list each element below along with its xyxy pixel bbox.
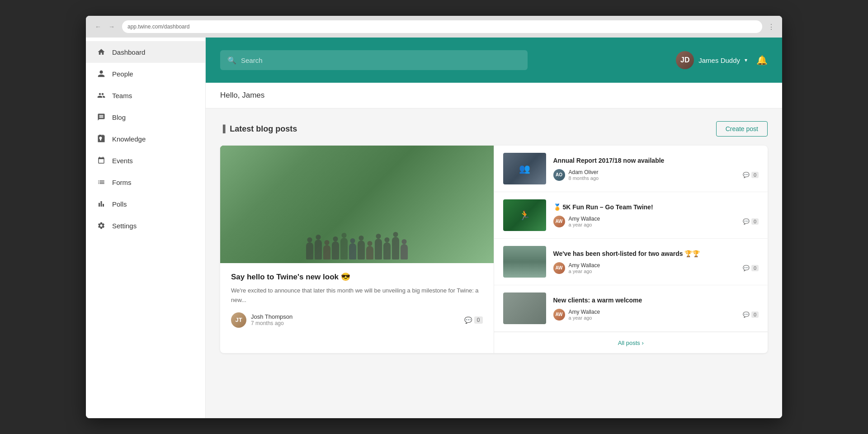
comment-bubble-icon: 💬 <box>743 311 750 318</box>
sidebar-label-teams: Teams <box>112 92 132 99</box>
post-author-time: a year ago <box>569 222 739 227</box>
app-header: 🔍 Search JD James Duddy ▾ 🔔 <box>206 38 782 83</box>
featured-post-title: Say hello to Twine's new look 😎 <box>231 272 483 282</box>
featured-author-name: Josh Thompson <box>251 313 292 320</box>
browser-chrome: ← → app.twine.com/dashboard ⋮ <box>86 16 782 38</box>
post-author-time: a year ago <box>569 269 739 274</box>
search-icon: 🔍 <box>227 56 236 65</box>
sidebar-item-polls[interactable]: Polls <box>86 193 205 215</box>
post-info: Annual Report 2017/18 now available AO A… <box>553 156 759 181</box>
post-author-details: Amy Wallace a year ago <box>569 262 739 274</box>
sidebar-item-teams[interactable]: Teams <box>86 85 205 106</box>
forward-button[interactable]: → <box>107 21 117 32</box>
sidebar: Dashboard People Teams Blog <box>86 38 206 418</box>
person-icon <box>97 69 106 78</box>
post-author-time: 8 months ago <box>569 175 739 181</box>
post-meta: AW Amy Wallace a year ago 💬 0 <box>553 262 759 274</box>
featured-author-details: Josh Thompson 7 months ago <box>251 313 292 326</box>
home-icon <box>97 47 106 57</box>
featured-comment-badge: 0 <box>474 316 483 324</box>
browser-nav: ← → <box>93 21 117 32</box>
back-button[interactable]: ← <box>93 21 103 32</box>
post-thumbnail-annual <box>503 153 546 184</box>
content-area: ▐ Latest blog posts Create post <box>206 108 782 418</box>
featured-post[interactable]: Say hello to Twine's new look 😎 We're ex… <box>220 146 494 353</box>
greeting-text: Hello, James <box>220 91 264 99</box>
post-thumbnail-funrun <box>503 199 546 231</box>
sidebar-item-people[interactable]: People <box>86 63 205 85</box>
url-bar[interactable]: app.twine.com/dashboard <box>122 20 762 33</box>
featured-post-image <box>220 146 494 263</box>
post-author-name: Amy Wallace <box>569 309 739 315</box>
sidebar-item-forms[interactable]: Forms <box>86 171 205 193</box>
post-meta: AW Amy Wallace a year ago 💬 0 <box>553 309 759 321</box>
post-author-avatar: AW <box>553 309 565 321</box>
sidebar-item-events[interactable]: Events <box>86 150 205 171</box>
post-comment-count: 💬 0 <box>743 265 759 271</box>
comment-badge: 0 <box>751 265 759 271</box>
list-item[interactable]: 🏅 5K Fun Run – Go Team Twine! AW Amy Wal… <box>494 192 768 239</box>
post-info: We've has been short-listed for two awar… <box>553 250 759 274</box>
comment-badge: 0 <box>751 311 759 318</box>
post-author-name: Amy Wallace <box>569 262 739 269</box>
comment-bubble-icon: 💬 <box>743 218 750 225</box>
sidebar-label-knowledge: Knowledge <box>112 135 146 143</box>
post-list: Annual Report 2017/18 now available AO A… <box>494 146 768 353</box>
comment-icon: 💬 <box>464 316 472 324</box>
post-meta: AO Adam Oliver 8 months ago 💬 0 <box>553 169 759 181</box>
post-author-name: Adam Oliver <box>569 169 739 175</box>
post-info: 🏅 5K Fun Run – Go Team Twine! AW Amy Wal… <box>553 203 759 227</box>
featured-author-time: 7 months ago <box>251 320 292 326</box>
create-post-button[interactable]: Create post <box>716 121 768 137</box>
hello-bar: Hello, James <box>206 83 782 108</box>
browser-window: ← → app.twine.com/dashboard ⋮ Dashboard … <box>86 16 782 418</box>
sidebar-label-forms: Forms <box>112 179 132 186</box>
sidebar-label-events: Events <box>112 157 133 165</box>
sidebar-item-dashboard[interactable]: Dashboard <box>86 41 205 63</box>
featured-comment-count: 💬 0 <box>464 316 483 324</box>
post-author-name: Amy Wallace <box>569 216 739 222</box>
sidebar-item-knowledge[interactable]: Knowledge <box>86 128 205 150</box>
post-thumbnail-welcome <box>503 292 546 324</box>
all-posts-link[interactable]: All posts › <box>618 340 644 346</box>
sidebar-item-blog[interactable]: Blog <box>86 106 205 128</box>
all-posts-row: All posts › <box>494 332 768 353</box>
user-avatar: JD <box>676 51 694 69</box>
sidebar-item-settings[interactable]: Settings <box>86 215 205 236</box>
list-item[interactable]: We've has been short-listed for two awar… <box>494 239 768 285</box>
sidebar-label-polls: Polls <box>112 200 127 208</box>
list-item[interactable]: New clients: a warm welcome AW Amy Walla… <box>494 285 768 332</box>
post-author-avatar: AO <box>553 169 565 181</box>
featured-post-content: Say hello to Twine's new look 😎 We're ex… <box>220 263 494 337</box>
list-icon <box>97 178 106 187</box>
browser-menu[interactable]: ⋮ <box>768 23 775 31</box>
sidebar-label-people: People <box>112 70 133 78</box>
gear-icon <box>97 221 106 230</box>
blog-section-icon: ▐ <box>220 125 225 133</box>
post-author-details: Adam Oliver 8 months ago <box>569 169 739 181</box>
post-author-avatar: AW <box>553 262 565 274</box>
notification-bell-icon[interactable]: 🔔 <box>756 55 768 66</box>
post-author-time: a year ago <box>569 315 739 321</box>
post-comment-count: 💬 0 <box>743 172 759 178</box>
post-title: 🏅 5K Fun Run – Go Team Twine! <box>553 203 759 212</box>
post-author-details: Amy Wallace a year ago <box>569 216 739 227</box>
post-author-avatar: AW <box>553 216 565 227</box>
app-container: Dashboard People Teams Blog <box>86 38 782 418</box>
chat-icon <box>97 113 106 122</box>
post-meta: AW Amy Wallace a year ago 💬 0 <box>553 216 759 227</box>
user-info[interactable]: JD James Duddy ▾ <box>676 51 747 69</box>
sidebar-label-blog: Blog <box>112 113 126 121</box>
comment-bubble-icon: 💬 <box>743 172 750 178</box>
url-text: app.twine.com/dashboard <box>127 24 189 30</box>
sidebar-label-dashboard: Dashboard <box>112 48 145 56</box>
post-title: Annual Report 2017/18 now available <box>553 156 759 165</box>
header-right: JD James Duddy ▾ 🔔 <box>676 51 768 69</box>
user-name: James Duddy <box>698 57 740 64</box>
book-icon <box>97 134 106 143</box>
search-placeholder: Search <box>241 57 263 64</box>
list-item[interactable]: Annual Report 2017/18 now available AO A… <box>494 146 768 192</box>
comment-badge: 0 <box>751 218 759 225</box>
search-bar[interactable]: 🔍 Search <box>220 50 528 70</box>
featured-author-avatar: JT <box>231 312 246 328</box>
